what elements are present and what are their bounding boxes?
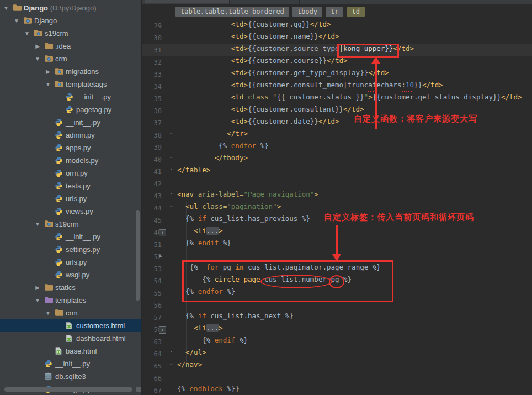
tree-item--init-.py[interactable]: __init__.py (0, 116, 141, 129)
tree-item--init-.py[interactable]: __init__.py (0, 230, 141, 243)
tree-item-dashboard.html[interactable]: dashboard.html (0, 332, 141, 345)
expand-arrow-icon[interactable]: ▶ (34, 281, 41, 294)
line-number: 63 (142, 336, 162, 348)
tree-item-admin.py[interactable]: admin.py (0, 129, 141, 141)
tree-item-label: __init__.py (66, 116, 100, 129)
tree-horizontal-scrollbar[interactable] (4, 387, 132, 392)
line-number: 45 (142, 214, 162, 227)
code-line-39: {% endfor %} (177, 141, 269, 154)
line-number: 36 (142, 105, 162, 117)
breadcrumb-tr[interactable]: tr (326, 7, 343, 17)
collapse-arrow-icon[interactable]: ▼ (34, 52, 41, 65)
tree-item-orm.py[interactable]: orm.py (0, 167, 141, 180)
folded-code-placeholder[interactable]: ... (206, 324, 219, 332)
line-number: 31 (142, 44, 162, 56)
tree-item-label: s19crm (55, 218, 79, 230)
annotation-circle-pg (329, 275, 344, 288)
tree-item-crm[interactable]: ▼crm (0, 307, 141, 319)
tree-item-label: templates (55, 294, 86, 307)
tree-item-pagetag.py[interactable]: pagetag.py (0, 103, 141, 116)
py-icon (55, 245, 64, 254)
line-number: 29 (142, 20, 162, 32)
gutter-separator (175, 20, 175, 395)
tree-vertical-scrollbar[interactable] (136, 210, 140, 301)
editor-pane[interactable]: table.table.table-borderedtbodytrtd 2930… (142, 4, 532, 395)
breadcrumb-table-table-table-bordered[interactable]: table.table.table-bordered (175, 7, 289, 17)
annotation-arrow-down-shaft (336, 225, 338, 255)
tree-item-db.sqlite3[interactable]: db.sqlite3 (0, 370, 141, 383)
tree-item-urls.py[interactable]: urls.py (0, 256, 141, 268)
breadcrumb-bar: table.table.table-borderedtbodytrtd (175, 7, 365, 17)
tab-separator (229, 0, 230, 4)
line-number: 51 (142, 239, 162, 251)
fold-expand-icon[interactable]: + (159, 326, 166, 334)
code-line-29: <td>{{customer.qq}}</td> (177, 20, 331, 32)
fold-expand-icon[interactable]: + (159, 229, 166, 236)
collapse-arrow-icon[interactable]: ▼ (34, 218, 41, 230)
editor-tab-strip[interactable] (142, 0, 532, 4)
tree-item-statics[interactable]: ▶statics (0, 281, 141, 294)
collapse-arrow-icon[interactable]: ▼ (2, 2, 10, 14)
html-icon (65, 334, 75, 343)
expand-arrow-icon[interactable]: ▶ (34, 40, 41, 52)
tree-item-models.py[interactable]: models.py (0, 154, 141, 167)
tree-item-django[interactable]: ▼Django (D:\py\Django) (0, 2, 141, 14)
folderpkg-icon (44, 55, 54, 64)
folded-code-placeholder[interactable]: ... (206, 227, 219, 235)
collapse-arrow-icon[interactable]: ▼ (44, 78, 52, 91)
tree-item-settings.py[interactable]: settings.py (0, 243, 141, 256)
breadcrumb-tbody[interactable]: tbody (292, 7, 322, 17)
code-line-37: <td>{{customer.date}}</td> (177, 117, 339, 129)
ide-window: ▼Django (D:\py\Django)▼Django▼s19crm▶.id… (0, 0, 532, 395)
tree-item-apps.py[interactable]: apps.py (0, 141, 141, 154)
py-icon (55, 207, 64, 216)
tree-item-crm[interactable]: ▼crm (0, 52, 141, 65)
tree-item-.idea[interactable]: ▶.idea (0, 40, 141, 52)
tree-item-label: urls.py (66, 192, 87, 205)
tree-item-django[interactable]: ▼Django (0, 14, 141, 27)
line-number: 42 (142, 178, 162, 190)
tree-item-views.py[interactable]: views.py (0, 205, 141, 218)
tree-item-wsgi.py[interactable]: wsgi.py (0, 268, 141, 281)
collapse-arrow-icon[interactable]: ▼ (13, 14, 20, 27)
code-line-43: <nav aria-label="Page navigation"> (177, 190, 318, 202)
tree-item-s19crm[interactable]: ▼s19crm (0, 218, 141, 230)
scrollbar-corner (136, 387, 141, 392)
code-line-38: </tr> (177, 129, 248, 141)
py-icon (55, 271, 64, 280)
py-icon (55, 156, 64, 165)
tree-item-templatetags[interactable]: ▼templatetags (0, 78, 141, 91)
tree-item-customers.html[interactable]: customers.html (0, 319, 141, 332)
code-line-65: </nav> (177, 360, 202, 372)
line-number: 33 (142, 69, 162, 81)
collapse-arrow-icon[interactable]: ▼ (44, 307, 52, 319)
tree-item-urls.py[interactable]: urls.py (0, 192, 141, 205)
folder-icon (55, 309, 64, 318)
tree-item-base.html[interactable]: base.html (0, 345, 141, 357)
tree-item-templates[interactable]: ▼templates (0, 294, 141, 307)
tree-item-label: migrations (66, 65, 99, 78)
line-number: 35 (142, 93, 162, 105)
folderpkg-icon (55, 67, 64, 76)
line-number: 64 (142, 348, 162, 360)
gutter-arrow-icon[interactable]: ▶ (159, 254, 162, 259)
tree-item-s19crm[interactable]: ▼s19crm (0, 27, 141, 40)
tree-item-tests.py[interactable]: tests.py (0, 180, 141, 192)
breadcrumb-td[interactable]: td (347, 7, 364, 17)
collapse-arrow-icon[interactable]: ▼ (23, 27, 31, 40)
html-icon (55, 347, 64, 356)
line-number: 30 (142, 32, 162, 44)
tree-item--init-.py[interactable]: __init__.py (0, 357, 141, 370)
py-icon (55, 258, 64, 267)
collapse-arrow-icon[interactable]: ▼ (34, 294, 41, 307)
line-number: 37 (142, 117, 162, 129)
tree-item-label: Django (34, 14, 57, 27)
expand-arrow-icon[interactable]: ▶ (44, 65, 52, 78)
annotation-oval-cus-list-number (260, 275, 332, 288)
py-icon (55, 233, 64, 241)
foldertpl-icon (44, 296, 54, 305)
tree-item--init-.py[interactable]: __init__.py (0, 91, 141, 103)
tree-item-label: db.sqlite3 (55, 370, 86, 383)
tree-item-migrations[interactable]: ▶migrations (0, 65, 141, 78)
tree-item-label: __init__.py (76, 91, 111, 103)
